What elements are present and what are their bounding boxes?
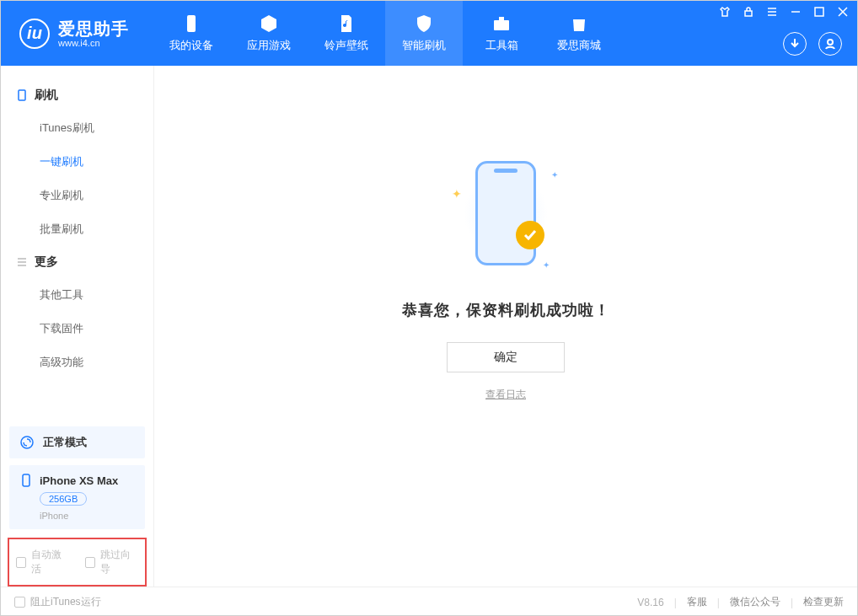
check-badge-icon <box>516 221 544 249</box>
checkbox-label: 自动激活 <box>31 548 69 576</box>
tab-store[interactable]: 爱思商城 <box>540 1 618 66</box>
checkbox-label: 跳过向导 <box>100 548 138 576</box>
toolbox-icon <box>491 13 512 34</box>
phone-small-icon <box>19 474 33 487</box>
phone-icon <box>181 13 201 34</box>
main-panel: ✦ ✦ ✦ 恭喜您，保资料刷机成功啦！ 确定 查看日志 <box>154 66 857 587</box>
svg-point-7 <box>21 437 33 448</box>
status-bar: 阻止iTunes运行 V8.16 | 客服 | 微信公众号 | 检查更新 <box>1 587 857 616</box>
main-tabs: 我的设备 应用游戏 铃声壁纸 智能刷机 工具箱 爱思商城 <box>153 1 618 66</box>
content-area: 刷机 iTunes刷机 一键刷机 专业刷机 批量刷机 更多 其他工具 下载固件 … <box>1 66 857 587</box>
sidebar-item-oneclick-flash[interactable]: 一键刷机 <box>1 145 153 179</box>
sparkle-icon: ✦ <box>452 187 462 201</box>
mode-card[interactable]: 正常模式 <box>9 426 145 458</box>
device-type: iPhone <box>40 511 135 521</box>
device-capacity: 256GB <box>40 492 87 506</box>
music-file-icon <box>336 13 357 34</box>
checkbox-label: 阻止iTunes运行 <box>30 595 101 609</box>
sidebar-item-advanced[interactable]: 高级功能 <box>1 345 153 379</box>
svg-rect-0 <box>187 15 196 32</box>
minimize-icon[interactable] <box>790 6 802 18</box>
tab-apps-games[interactable]: 应用游戏 <box>230 1 308 66</box>
view-log-link[interactable]: 查看日志 <box>485 388 526 402</box>
section-label: 更多 <box>35 254 58 270</box>
tab-label: 工具箱 <box>485 38 518 53</box>
maximize-icon[interactable] <box>813 6 825 18</box>
version-label: V8.16 <box>637 597 663 608</box>
tab-label: 爱思商城 <box>557 38 601 53</box>
app-title: 爱思助手 <box>58 19 129 38</box>
header-actions <box>783 32 842 56</box>
sidebar-item-batch-flash[interactable]: 批量刷机 <box>1 212 153 246</box>
cube-icon <box>259 13 279 34</box>
support-link[interactable]: 客服 <box>687 595 707 609</box>
checkbox-skip-guide[interactable]: 跳过向导 <box>85 548 139 576</box>
user-button[interactable] <box>818 32 842 56</box>
tab-label: 应用游戏 <box>247 38 291 53</box>
sidebar-item-download-firmware[interactable]: 下载固件 <box>1 312 153 345</box>
title-bar: iu 爱思助手 www.i4.cn 我的设备 应用游戏 铃声壁纸 智能刷机 工具… <box>1 1 857 66</box>
check-update-link[interactable]: 检查更新 <box>803 595 844 609</box>
logo-icon: iu <box>19 19 50 49</box>
window-controls <box>719 6 849 18</box>
checkbox-auto-activate[interactable]: 自动激活 <box>16 548 70 576</box>
tab-toolbox[interactable]: 工具箱 <box>463 1 540 66</box>
sidebar-section-flash: 刷机 <box>1 79 153 111</box>
svg-rect-3 <box>745 11 752 16</box>
tab-my-device[interactable]: 我的设备 <box>153 1 230 66</box>
tab-label: 我的设备 <box>169 38 213 53</box>
sparkle-icon: ✦ <box>543 260 550 270</box>
svg-rect-8 <box>23 474 29 486</box>
tab-smart-flash[interactable]: 智能刷机 <box>385 1 463 66</box>
svg-rect-6 <box>19 90 25 100</box>
phone-illustration-icon <box>475 161 536 265</box>
close-icon[interactable] <box>837 6 849 18</box>
svg-rect-4 <box>815 8 823 16</box>
sparkle-icon: ✦ <box>551 170 558 179</box>
app-site: www.i4.cn <box>58 38 129 48</box>
sidebar-item-pro-flash[interactable]: 专业刷机 <box>1 179 153 212</box>
tab-label: 智能刷机 <box>402 38 446 53</box>
options-highlight: 自动激活 跳过向导 <box>8 538 147 587</box>
bag-icon <box>569 13 589 34</box>
device-card[interactable]: iPhone XS Max 256GB iPhone <box>9 465 145 529</box>
list-icon <box>16 256 28 268</box>
sidebar-item-itunes-flash[interactable]: iTunes刷机 <box>1 111 153 145</box>
success-message: 恭喜您，保资料刷机成功啦！ <box>402 300 610 320</box>
tshirt-icon[interactable] <box>719 6 731 18</box>
download-button[interactable] <box>783 32 807 56</box>
tab-ringtone-wallpaper[interactable]: 铃声壁纸 <box>308 1 385 66</box>
device-icon <box>16 89 28 101</box>
sidebar-item-other-tools[interactable]: 其他工具 <box>1 278 153 312</box>
menu-icon[interactable] <box>766 6 778 18</box>
svg-point-5 <box>828 40 833 45</box>
ok-button[interactable]: 确定 <box>447 342 565 372</box>
sidebar: 刷机 iTunes刷机 一键刷机 专业刷机 批量刷机 更多 其他工具 下载固件 … <box>1 66 154 587</box>
device-name: iPhone XS Max <box>40 474 118 487</box>
svg-rect-2 <box>499 17 504 20</box>
app-logo: iu 爱思助手 www.i4.cn <box>1 1 144 66</box>
checkbox-block-itunes[interactable]: 阻止iTunes运行 <box>14 595 101 609</box>
sidebar-section-more: 更多 <box>1 246 153 278</box>
refresh-icon <box>19 435 35 450</box>
tab-label: 铃声壁纸 <box>324 38 368 53</box>
shield-refresh-icon <box>414 13 434 34</box>
svg-rect-1 <box>494 20 509 30</box>
section-label: 刷机 <box>35 88 58 103</box>
mode-label: 正常模式 <box>43 435 87 450</box>
lock-icon[interactable] <box>743 6 754 18</box>
success-illustration: ✦ ✦ ✦ <box>447 150 565 276</box>
wechat-link[interactable]: 微信公众号 <box>730 595 780 609</box>
